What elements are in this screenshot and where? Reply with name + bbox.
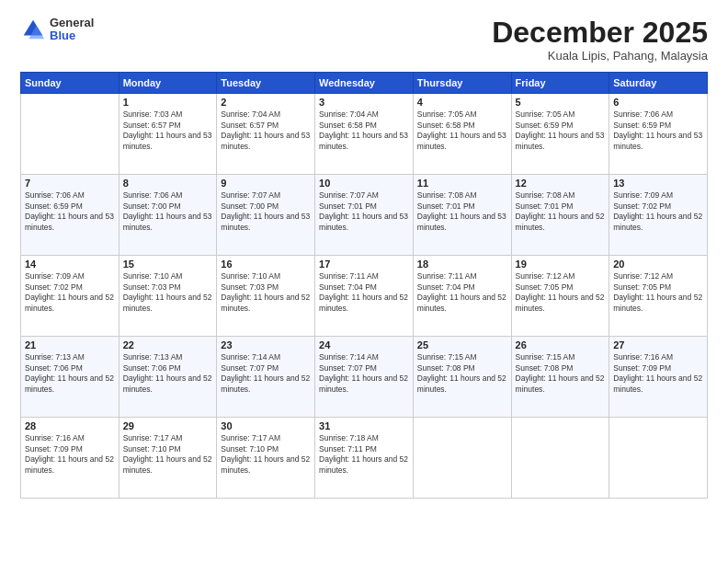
col-header-friday: Friday <box>511 73 609 94</box>
day-info: Sunrise: 7:15 AMSunset: 7:08 PMDaylight:… <box>516 352 606 395</box>
col-header-thursday: Thursday <box>413 73 511 94</box>
day-number: 23 <box>221 339 311 350</box>
title-block: December 2025 Kuala Lipis, Pahang, Malay… <box>492 17 708 63</box>
calendar-cell: 2Sunrise: 7:04 AMSunset: 6:57 PMDaylight… <box>217 94 315 175</box>
day-info: Sunrise: 7:05 AMSunset: 6:58 PMDaylight:… <box>417 109 507 152</box>
day-number: 19 <box>516 259 606 270</box>
day-info: Sunrise: 7:13 AMSunset: 7:06 PMDaylight:… <box>25 352 115 395</box>
day-info: Sunrise: 7:16 AMSunset: 7:09 PMDaylight:… <box>25 433 115 476</box>
calendar-week-row: 28Sunrise: 7:16 AMSunset: 7:09 PMDayligh… <box>21 418 708 499</box>
day-number: 4 <box>417 97 507 108</box>
calendar-week-row: 7Sunrise: 7:06 AMSunset: 6:59 PMDaylight… <box>21 175 708 256</box>
day-number: 28 <box>25 420 115 431</box>
calendar-cell: 15Sunrise: 7:10 AMSunset: 7:03 PMDayligh… <box>119 256 217 337</box>
day-info: Sunrise: 7:06 AMSunset: 6:59 PMDaylight:… <box>25 190 115 233</box>
calendar-cell <box>609 418 708 499</box>
day-info: Sunrise: 7:12 AMSunset: 7:05 PMDaylight:… <box>516 271 606 314</box>
day-number: 27 <box>613 339 703 350</box>
day-number: 2 <box>221 97 311 108</box>
calendar-cell: 5Sunrise: 7:05 AMSunset: 6:59 PMDaylight… <box>511 94 609 175</box>
calendar-cell: 25Sunrise: 7:15 AMSunset: 7:08 PMDayligh… <box>413 337 511 418</box>
day-number: 14 <box>25 259 115 270</box>
day-info: Sunrise: 7:11 AMSunset: 7:04 PMDaylight:… <box>319 271 409 314</box>
calendar-cell: 23Sunrise: 7:14 AMSunset: 7:07 PMDayligh… <box>217 337 315 418</box>
calendar-cell <box>511 418 609 499</box>
calendar-cell: 26Sunrise: 7:15 AMSunset: 7:08 PMDayligh… <box>511 337 609 418</box>
calendar-cell <box>21 94 119 175</box>
day-info: Sunrise: 7:09 AMSunset: 7:02 PMDaylight:… <box>25 271 115 314</box>
day-info: Sunrise: 7:07 AMSunset: 7:00 PMDaylight:… <box>221 190 311 233</box>
day-number: 3 <box>319 97 409 108</box>
calendar-cell: 28Sunrise: 7:16 AMSunset: 7:09 PMDayligh… <box>21 418 119 499</box>
day-number: 24 <box>319 339 409 350</box>
col-header-sunday: Sunday <box>21 73 119 94</box>
day-number: 17 <box>319 259 409 270</box>
day-info: Sunrise: 7:04 AMSunset: 6:57 PMDaylight:… <box>221 109 311 152</box>
day-number: 9 <box>221 178 311 189</box>
logo-icon <box>20 17 46 42</box>
day-info: Sunrise: 7:14 AMSunset: 7:07 PMDaylight:… <box>221 352 311 395</box>
day-info: Sunrise: 7:03 AMSunset: 6:57 PMDaylight:… <box>123 109 213 152</box>
calendar-cell: 19Sunrise: 7:12 AMSunset: 7:05 PMDayligh… <box>511 256 609 337</box>
day-info: Sunrise: 7:06 AMSunset: 7:00 PMDaylight:… <box>123 190 213 233</box>
day-number: 15 <box>123 259 213 270</box>
day-number: 7 <box>25 178 115 189</box>
calendar-cell: 21Sunrise: 7:13 AMSunset: 7:06 PMDayligh… <box>21 337 119 418</box>
logo-blue: Blue <box>50 29 94 42</box>
header: General Blue December 2025 Kuala Lipis, … <box>20 17 708 63</box>
day-number: 21 <box>25 339 115 350</box>
day-number: 22 <box>123 339 213 350</box>
calendar-cell: 22Sunrise: 7:13 AMSunset: 7:06 PMDayligh… <box>119 337 217 418</box>
calendar-header-row: SundayMondayTuesdayWednesdayThursdayFrid… <box>21 73 708 94</box>
calendar-week-row: 1Sunrise: 7:03 AMSunset: 6:57 PMDaylight… <box>21 94 708 175</box>
page: General Blue December 2025 Kuala Lipis, … <box>0 0 728 563</box>
calendar-cell: 30Sunrise: 7:17 AMSunset: 7:10 PMDayligh… <box>217 418 315 499</box>
calendar-table: SundayMondayTuesdayWednesdayThursdayFrid… <box>20 72 708 499</box>
day-info: Sunrise: 7:15 AMSunset: 7:08 PMDaylight:… <box>417 352 507 395</box>
col-header-monday: Monday <box>119 73 217 94</box>
calendar-cell: 10Sunrise: 7:07 AMSunset: 7:01 PMDayligh… <box>315 175 414 256</box>
day-info: Sunrise: 7:11 AMSunset: 7:04 PMDaylight:… <box>417 271 507 314</box>
day-info: Sunrise: 7:14 AMSunset: 7:07 PMDaylight:… <box>319 352 409 395</box>
day-number: 8 <box>123 178 213 189</box>
calendar-cell: 27Sunrise: 7:16 AMSunset: 7:09 PMDayligh… <box>609 337 708 418</box>
day-number: 13 <box>613 178 703 189</box>
calendar-cell: 4Sunrise: 7:05 AMSunset: 6:58 PMDaylight… <box>413 94 511 175</box>
logo: General Blue <box>20 17 94 43</box>
calendar-cell: 14Sunrise: 7:09 AMSunset: 7:02 PMDayligh… <box>21 256 119 337</box>
calendar-cell: 7Sunrise: 7:06 AMSunset: 6:59 PMDaylight… <box>21 175 119 256</box>
calendar-cell: 6Sunrise: 7:06 AMSunset: 6:59 PMDaylight… <box>609 94 708 175</box>
calendar-week-row: 21Sunrise: 7:13 AMSunset: 7:06 PMDayligh… <box>21 337 708 418</box>
calendar-cell: 20Sunrise: 7:12 AMSunset: 7:05 PMDayligh… <box>609 256 708 337</box>
col-header-wednesday: Wednesday <box>315 73 414 94</box>
day-info: Sunrise: 7:16 AMSunset: 7:09 PMDaylight:… <box>613 352 703 395</box>
calendar-cell: 1Sunrise: 7:03 AMSunset: 6:57 PMDaylight… <box>119 94 217 175</box>
logo-text: General Blue <box>50 17 94 43</box>
day-info: Sunrise: 7:06 AMSunset: 6:59 PMDaylight:… <box>613 109 703 152</box>
day-number: 25 <box>417 339 507 350</box>
calendar-cell: 16Sunrise: 7:10 AMSunset: 7:03 PMDayligh… <box>217 256 315 337</box>
calendar-cell: 13Sunrise: 7:09 AMSunset: 7:02 PMDayligh… <box>609 175 708 256</box>
day-info: Sunrise: 7:18 AMSunset: 7:11 PMDaylight:… <box>319 433 409 476</box>
day-info: Sunrise: 7:07 AMSunset: 7:01 PMDaylight:… <box>319 190 409 233</box>
day-number: 18 <box>417 259 507 270</box>
day-info: Sunrise: 7:10 AMSunset: 7:03 PMDaylight:… <box>221 271 311 314</box>
calendar-cell <box>413 418 511 499</box>
calendar-cell: 11Sunrise: 7:08 AMSunset: 7:01 PMDayligh… <box>413 175 511 256</box>
day-number: 29 <box>123 420 213 431</box>
day-info: Sunrise: 7:17 AMSunset: 7:10 PMDaylight:… <box>123 433 213 476</box>
day-number: 16 <box>221 259 311 270</box>
day-number: 12 <box>516 178 606 189</box>
col-header-saturday: Saturday <box>609 73 708 94</box>
col-header-tuesday: Tuesday <box>217 73 315 94</box>
month-title: December 2025 <box>492 17 708 49</box>
calendar-cell: 31Sunrise: 7:18 AMSunset: 7:11 PMDayligh… <box>315 418 414 499</box>
calendar-cell: 8Sunrise: 7:06 AMSunset: 7:00 PMDaylight… <box>119 175 217 256</box>
day-number: 6 <box>613 97 703 108</box>
calendar-cell: 29Sunrise: 7:17 AMSunset: 7:10 PMDayligh… <box>119 418 217 499</box>
day-info: Sunrise: 7:09 AMSunset: 7:02 PMDaylight:… <box>613 190 703 233</box>
day-number: 26 <box>516 339 606 350</box>
calendar-cell: 18Sunrise: 7:11 AMSunset: 7:04 PMDayligh… <box>413 256 511 337</box>
day-info: Sunrise: 7:17 AMSunset: 7:10 PMDaylight:… <box>221 433 311 476</box>
day-info: Sunrise: 7:08 AMSunset: 7:01 PMDaylight:… <box>516 190 606 233</box>
